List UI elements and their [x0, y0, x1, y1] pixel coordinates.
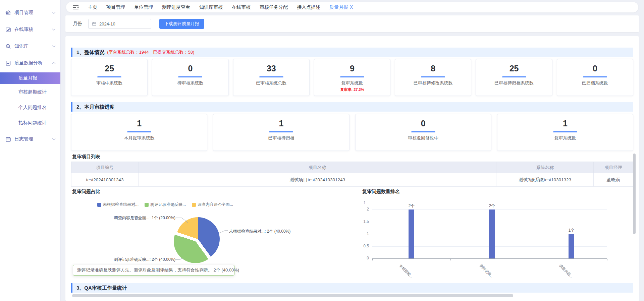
month-picker[interactable] [88, 19, 151, 29]
stat-label: 已审核待修改系统数 [395, 80, 471, 86]
sidebar-item-quality-analysis[interactable]: 质量数据分析 [0, 55, 60, 71]
log-icon [5, 136, 11, 142]
nav-tab-unit-mgmt[interactable]: 单位管理 [134, 4, 153, 10]
top-tab-bar: 主页 项目管理 单位管理 测评进度查看 知识库审核 在线审核 审核任务分配 接入… [66, 2, 639, 13]
sidebar-item-label: 项目管理 [14, 10, 52, 16]
sidebar-subitem-quality-monthly-report[interactable]: 质量月报 [0, 72, 60, 84]
y-tick: 1.5 [354, 219, 369, 224]
nav-tab-task-assign[interactable]: 审核任务分配 [260, 4, 288, 10]
review-rate-badge: 复审率: 27.3% [314, 87, 390, 92]
y-tick: 2 [354, 207, 369, 212]
pie-callout-green: 测评记录准确反映...: 2个 (40.00%) [112, 257, 175, 262]
sidebar-item-label: 知识库 [14, 43, 52, 49]
pie-callout-blue: 未根据检查结果对...: 2个 (40.00%) [229, 229, 290, 234]
pie-tooltip: 测评记录准确反映测评方法、测评对象及测评结果，支持符合性判断。 2个 (40.0… [73, 265, 234, 276]
stat-card: 1复审系统数 [497, 114, 633, 151]
stat-value: 25 [71, 64, 147, 73]
calendar-icon [92, 21, 97, 26]
sidebar-item-label: 日志管理 [14, 136, 52, 142]
chevron-up-icon [52, 62, 56, 64]
nav-tab-quality-monthly-active[interactable]: 质量月报X [329, 4, 353, 10]
stat-card: 8已审核待修改系统数 [395, 59, 471, 96]
bar[interactable] [489, 209, 495, 258]
x-category-label: 未根据检... [398, 263, 414, 279]
stat-value: 0 [557, 64, 633, 73]
bar-value-label: 2个 [404, 203, 419, 209]
col-project-name: 项目名称 [138, 162, 496, 173]
sidebar-subitem-label: 质量月报 [18, 75, 37, 81]
sidebar-item-label: 质量数据分析 [14, 60, 52, 66]
section-title: 2、本月审核进度 [76, 104, 114, 110]
month-input[interactable] [99, 21, 143, 26]
download-report-button[interactable]: 下载测评质量月报 [159, 19, 204, 29]
y-tick: 0 [354, 256, 369, 260]
stat-label: 审核退回修改中 [356, 135, 491, 141]
y-tick: 1 [354, 231, 369, 236]
sidebar-subitem-personal-ranking[interactable]: 个人问题排名 [0, 100, 60, 115]
stat-value: 33 [233, 64, 309, 73]
y-tick: 0.5 [354, 244, 369, 248]
stat-label: 已归档系统数 [557, 80, 633, 86]
collapse-sidebar-icon[interactable] [73, 5, 79, 10]
sidebar-item-project-mgmt[interactable]: 项目管理 [0, 4, 60, 21]
section-header-overall: 1、整体情况 (平台系统总数：1944 已提交系统总数：58) [71, 48, 633, 57]
bank-icon [5, 10, 11, 16]
bar-value-label: 1个 [564, 228, 579, 233]
overview-cards-row: 25审核中系统数 0待审核系统数 33已审核系统总数 9复审系统数复审率: 27… [71, 59, 633, 96]
stat-label: 已审核系统总数 [233, 80, 309, 86]
month-cards-row: 1本月提审系统数 1已审核待归档 0审核退回修改中 1复审系统数 [71, 114, 633, 151]
bar[interactable] [569, 234, 574, 258]
stat-card: 25已审核待归档系统数 [476, 59, 552, 96]
sidebar-item-label: 在线审核 [14, 26, 52, 33]
nav-tab-access-point[interactable]: 接入点描述 [297, 4, 320, 10]
cell-project-name: 测试项目test202410301243 [138, 173, 496, 187]
tab-close-icon[interactable]: X [350, 4, 353, 10]
stat-value: 0 [356, 119, 491, 128]
report-content: 1、整体情况 (平台系统总数：1944 已提交系统总数：58) 25审核中系统数… [65, 36, 639, 301]
knowledge-icon [5, 44, 11, 49]
sidebar-item-knowledge-base[interactable]: 知识库 [0, 38, 60, 55]
bar[interactable] [409, 209, 414, 258]
nav-tab-home[interactable]: 主页 [88, 4, 97, 10]
stat-label: 待审核系统数 [152, 80, 228, 86]
nav-tab-online-review[interactable]: 在线审核 [232, 4, 251, 10]
stat-value: 25 [476, 64, 552, 73]
horizontal-scrollbar-thumb[interactable] [72, 294, 513, 297]
sidebar-item-online-review[interactable]: 在线审核 [0, 21, 60, 38]
stat-card: 33已审核系统总数 [233, 59, 310, 96]
bar-value-label: 2个 [484, 203, 500, 209]
quality-monthly-report-page: 项目管理 在线审核 知识库 质量数据分析 质量月报 审核超期统计 个人问题排名 [0, 0, 644, 301]
sidebar-subitem-indicator-stats[interactable]: 指标问题统计 [0, 115, 60, 131]
cell-system-name: 测试3级系统test10301323 [496, 173, 594, 187]
section-title: 3、QA审核工作量统计 [76, 285, 127, 291]
sidebar-subitem-label: 个人问题排名 [18, 105, 47, 111]
col-project-id: 项目编号 [71, 162, 139, 173]
bar-chart-title: 复审问题数量排名 [362, 189, 400, 195]
month-label: 月份 [73, 21, 82, 27]
bar-plot-area [372, 209, 607, 258]
stat-label: 已审核待归档系统数 [476, 80, 552, 86]
nav-tab-kb-review[interactable]: 知识库审核 [199, 4, 223, 10]
pie-callout-yellow: 调查内容是否全面...: 1个 (20.00%) [106, 215, 175, 221]
chevron-down-icon [52, 28, 56, 31]
sidebar-item-log-mgmt[interactable]: 日志管理 [0, 131, 60, 147]
stat-label: 复审系统数 [497, 135, 633, 141]
stat-card: 0待审核系统数 [152, 59, 228, 96]
nav-tab-progress-view[interactable]: 测评进度查看 [162, 4, 190, 10]
stat-value: 9 [314, 64, 390, 73]
stat-card: 0已归档系统数 [557, 59, 633, 96]
stat-value: 1 [71, 119, 207, 128]
chart-icon [5, 60, 11, 66]
stat-card: 0审核退回修改中 [355, 114, 491, 151]
section-note-red: (平台系统总数：1944 已提交系统总数：58) [107, 49, 194, 55]
review-table-title: 复审项目列表 [72, 154, 100, 160]
vertical-scrollbar-thumb[interactable] [633, 154, 636, 234]
sidebar-subitem-overdue-stats[interactable]: 审核超期统计 [0, 84, 60, 100]
x-category-label: 测评记录... [478, 263, 494, 279]
nav-tab-project-mgmt[interactable]: 项目管理 [106, 4, 125, 10]
stat-label: 审核中系统数 [71, 80, 147, 86]
sidebar: 项目管理 在线审核 知识库 质量数据分析 质量月报 审核超期统计 个人问题排名 [0, 0, 61, 301]
section-title: 1、整体情况 [76, 49, 104, 56]
stat-card: 9复审系统数复审率: 27.3% [314, 59, 390, 96]
table-header-row: 项目编号 项目名称 系统名称 项目经理 [71, 162, 633, 173]
